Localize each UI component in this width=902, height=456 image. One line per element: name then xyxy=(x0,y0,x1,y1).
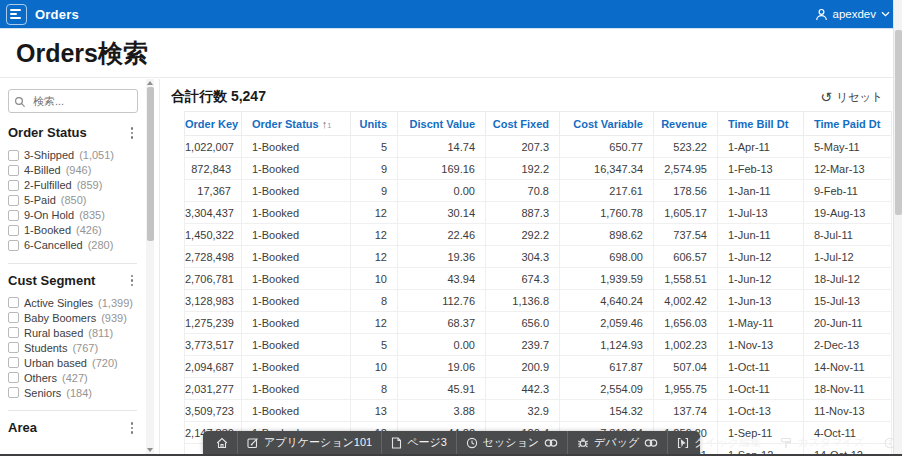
facet-search-input[interactable] xyxy=(8,89,138,113)
bug-icon xyxy=(577,437,589,449)
facet-checkbox-item[interactable]: 3-Shipped(1,051) xyxy=(8,148,137,163)
cell-time-paid-dt: 9-Feb-11 xyxy=(804,180,892,202)
cell-discnt-value: 0.00 xyxy=(398,180,486,202)
cell-time-bill-dt: 1-Jun-11 xyxy=(718,224,804,246)
column-header-order-key[interactable]: Order Key xyxy=(185,112,242,136)
cell-cost-fixed: 442.3 xyxy=(486,378,560,400)
checkbox[interactable] xyxy=(8,195,19,206)
facet-checkbox-item[interactable]: 2-Fulfilled(859) xyxy=(8,178,137,193)
facet-item-count: (811) xyxy=(88,327,113,339)
column-header-discnt-value[interactable]: Discnt Value xyxy=(398,112,486,136)
cell-cost-variable: 16,347.34 xyxy=(560,158,654,180)
checkbox[interactable] xyxy=(8,357,19,368)
facet-item-count: (939) xyxy=(101,312,127,324)
orders-report-table: Order KeyOrder Status↑1UnitsDiscnt Value… xyxy=(184,111,892,456)
facet-checkbox-item[interactable]: 9-On Hold(835) xyxy=(8,208,137,223)
column-header-cost-fixed[interactable]: Cost Fixed xyxy=(486,112,560,136)
facet-checkbox-item[interactable]: Urban based(720) xyxy=(8,355,137,370)
devbar-item-label: セッション xyxy=(483,435,539,450)
cell-order-status: 1-Booked xyxy=(242,334,351,356)
devbar-item-label: ページ3 xyxy=(407,435,447,450)
checkbox[interactable] xyxy=(8,165,19,176)
nav-menu-toggle-icon[interactable] xyxy=(6,4,27,25)
facet-checkbox-item[interactable]: Baby Boomers(939) xyxy=(8,310,137,325)
facet-checkbox-item[interactable]: Others(427) xyxy=(8,370,137,385)
facet-item-label: 1-Booked xyxy=(24,224,71,236)
table-row: 1,450,3221-Booked1222.46292.2898.62737.5… xyxy=(185,224,892,246)
cell-time-paid-dt: 15-Jul-13 xyxy=(804,290,892,312)
checkbox[interactable] xyxy=(8,240,19,251)
sidebar-scrollbar-thumb[interactable] xyxy=(147,87,154,241)
column-header-units[interactable]: Units xyxy=(351,112,398,136)
developer-toolbar: アプリケーション101ページ3セッションデバッグクイック編集カスタマイズ xyxy=(203,431,700,454)
devbar-application-button[interactable]: アプリケーション101 xyxy=(237,431,381,454)
column-header-revenue[interactable]: Revenue xyxy=(654,112,718,136)
facet-title: Area xyxy=(8,420,37,435)
facet-actions-kebab-icon[interactable] xyxy=(127,125,138,141)
facet-checkbox-item[interactable]: Seniors(184) xyxy=(8,385,137,400)
devbar-home-button[interactable] xyxy=(207,431,237,454)
checkbox[interactable] xyxy=(8,225,19,236)
devbar-quick-edit-button[interactable]: クイック編集 xyxy=(667,431,770,454)
facet-checkbox-item[interactable]: Active Singles(1,399) xyxy=(8,295,137,310)
cell-time-paid-dt: 18-Nov-11 xyxy=(804,378,892,400)
cell-cost-fixed: 70.8 xyxy=(486,180,560,202)
cell-time-bill-dt: 1-Nov-13 xyxy=(718,334,804,356)
cell-order-key: 1,275,239 xyxy=(185,312,242,334)
checkbox[interactable] xyxy=(8,210,19,221)
cell-discnt-value: 0.00 xyxy=(398,334,486,356)
checkbox[interactable] xyxy=(8,180,19,191)
page-scrollbar[interactable] xyxy=(893,0,902,456)
checkbox[interactable] xyxy=(8,387,19,398)
scroll-up-arrow-icon[interactable] xyxy=(147,81,153,85)
checkbox[interactable] xyxy=(8,297,19,308)
user-menu[interactable]: apexdev xyxy=(815,8,890,21)
facet-item-label: Students xyxy=(24,342,67,354)
checkbox[interactable] xyxy=(8,312,19,323)
checkbox[interactable] xyxy=(8,372,19,383)
cell-discnt-value: 169.16 xyxy=(398,158,486,180)
facet-checkbox-item[interactable]: 1-Booked(426) xyxy=(8,223,137,238)
column-header-cost-variable[interactable]: Cost Variable xyxy=(560,112,654,136)
devbar-page-button[interactable]: ページ3 xyxy=(381,431,456,454)
facet-actions-kebab-icon[interactable] xyxy=(127,273,138,289)
reset-button[interactable]: ↺ リセット xyxy=(820,90,883,105)
facet-checkbox-item[interactable]: 6-Cancelled(280) xyxy=(8,238,137,253)
cell-discnt-value: 45.91 xyxy=(398,378,486,400)
cell-time-bill-dt: 1-Jun-12 xyxy=(718,268,804,290)
column-header-time-paid-dt[interactable]: Time Paid Dt xyxy=(804,112,892,136)
cell-revenue: 137.74 xyxy=(654,400,718,422)
report-header: 合計行数 5,247 ↺ リセット xyxy=(161,79,893,111)
cell-discnt-value: 68.37 xyxy=(398,312,486,334)
cell-order-status: 1-Booked xyxy=(242,356,351,378)
cell-revenue: 178.56 xyxy=(654,180,718,202)
column-header-time-bill-dt[interactable]: Time Bill Dt xyxy=(718,112,804,136)
cell-time-bill-dt: 1-Jun-13 xyxy=(718,290,804,312)
cell-order-key: 3,128,983 xyxy=(185,290,242,312)
cell-time-paid-dt: 11-Nov-13 xyxy=(804,400,892,422)
devbar-debug-button[interactable]: デバッグ xyxy=(567,431,667,454)
cell-cost-fixed: 304.3 xyxy=(486,246,560,268)
scroll-down-arrow-icon[interactable] xyxy=(147,448,153,452)
facet-item-count: (426) xyxy=(76,224,102,236)
page-scrollbar-thumb[interactable] xyxy=(895,30,902,215)
table-row: 3,773,5171-Booked50.00239.71,124.931,002… xyxy=(185,334,892,356)
sidebar-scrollbar[interactable] xyxy=(146,79,154,454)
checkbox[interactable] xyxy=(8,342,19,353)
cell-order-status: 1-Booked xyxy=(242,312,351,334)
facet-checkbox-item[interactable]: 4-Billed(946) xyxy=(8,163,137,178)
devbar-customize-button[interactable]: カスタマイズ xyxy=(770,431,874,454)
column-header-order-status[interactable]: Order Status↑1 xyxy=(242,112,351,136)
facet-actions-kebab-icon[interactable] xyxy=(127,420,138,436)
cell-order-status: 1-Booked xyxy=(242,378,351,400)
checkbox[interactable] xyxy=(8,327,19,338)
cell-units: 12 xyxy=(351,202,398,224)
table-header-row: Order KeyOrder Status↑1UnitsDiscnt Value… xyxy=(185,112,892,136)
cell-discnt-value: 19.06 xyxy=(398,356,486,378)
devbar-item-label: デバッグ xyxy=(594,435,639,450)
facet-checkbox-item[interactable]: 5-Paid(850) xyxy=(8,193,137,208)
facet-checkbox-item[interactable]: Rural based(811) xyxy=(8,325,137,340)
devbar-session-button[interactable]: セッション xyxy=(456,431,567,454)
checkbox[interactable] xyxy=(8,150,19,161)
facet-checkbox-item[interactable]: Students(767) xyxy=(8,340,137,355)
